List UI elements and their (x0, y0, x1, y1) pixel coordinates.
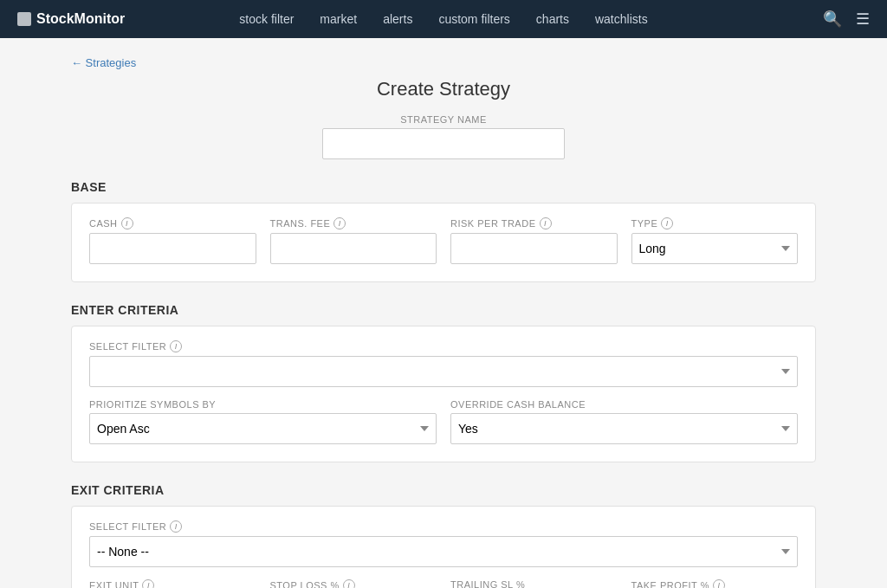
nav-alerts[interactable]: alerts (383, 12, 412, 26)
brand-name: StockMonitor (36, 11, 125, 27)
prioritize-symbols-select[interactable]: Open Asc Open Desc Volume Asc Volume Des… (89, 413, 437, 444)
strategy-name-label: STRATEGY NAME (400, 114, 487, 125)
risk-per-trade-group: RISK PER TRADE i (450, 217, 618, 264)
brand[interactable]: StockMonitor (17, 11, 125, 27)
type-label: TYPE i (631, 217, 799, 229)
override-cash-balance-label: OVERRIDE CASH BALANCE (450, 399, 798, 410)
enter-select-filter-row: SELECT FILTER i (89, 340, 798, 387)
take-profit-label: TAKE PROFIT % i (631, 579, 799, 588)
nav-charts[interactable]: charts (536, 12, 569, 26)
nav-market[interactable]: market (320, 12, 357, 26)
exit-unit-group: EXIT UNIT i Percent Dollar (89, 579, 256, 588)
enter-criteria-title: ENTER CRITERIA (71, 303, 816, 317)
type-select[interactable]: Long Short (631, 233, 799, 264)
navbar-right: 🔍 ☰ (823, 10, 870, 29)
trans-fee-label: TRANS. FEE i (270, 217, 437, 229)
exit-criteria-card: SELECT FILTER i -- None -- EXIT UNIT i P… (71, 506, 816, 588)
brand-icon (17, 12, 31, 26)
enter-select-filter-select[interactable] (89, 356, 798, 387)
enter-criteria-card: SELECT FILTER i PRIORITIZE SYMBOLS BY Op… (71, 326, 816, 462)
type-group: TYPE i Long Short (631, 217, 799, 264)
take-profit-group: TAKE PROFIT % i (631, 579, 799, 588)
risk-per-trade-input[interactable] (450, 233, 618, 264)
exit-criteria-title: EXIT CRITERIA (71, 483, 816, 497)
menu-icon[interactable]: ☰ (856, 10, 870, 29)
main-content: ← Strategies Create Strategy STRATEGY NA… (54, 38, 833, 588)
navbar-nav: stock filter market alerts custom filter… (239, 12, 647, 26)
exit-select-filter-row: SELECT FILTER i -- None -- (89, 520, 798, 567)
exit-select-filter-info-icon[interactable]: i (170, 520, 182, 533)
page-title: Create Strategy (71, 78, 816, 100)
cash-group: CASH i (89, 217, 256, 264)
enter-criteria-form-row: PRIORITIZE SYMBOLS BY Open Asc Open Desc… (89, 399, 798, 444)
nav-custom-filters[interactable]: custom filters (438, 12, 509, 26)
take-profit-info-icon[interactable]: i (713, 579, 725, 588)
cash-info-icon[interactable]: i (121, 217, 133, 229)
risk-per-trade-label: RISK PER TRADE i (450, 217, 618, 229)
trailing-sl-label: TRAILING SL % (450, 579, 618, 588)
base-title: BASE (71, 180, 816, 194)
trans-fee-info-icon[interactable]: i (333, 217, 346, 229)
exit-select-filter-select[interactable]: -- None -- (89, 536, 798, 567)
nav-stock-filter[interactable]: stock filter (239, 12, 294, 26)
override-cash-balance-group: OVERRIDE CASH BALANCE Yes No (450, 399, 798, 444)
stop-loss-label: STOP LOSS % i (270, 579, 437, 588)
trans-fee-group: TRANS. FEE i (270, 217, 437, 264)
base-section: BASE CASH i TRANS. FEE i (71, 180, 816, 282)
base-form-row: CASH i TRANS. FEE i RISK PER TRADE i (89, 217, 798, 264)
exit-criteria-section: EXIT CRITERIA SELECT FILTER i -- None --… (71, 483, 816, 588)
type-info-icon[interactable]: i (661, 217, 673, 229)
cash-input[interactable] (89, 233, 256, 264)
exit-criteria-form-row: EXIT UNIT i Percent Dollar STOP LOSS % i (89, 579, 798, 588)
trailing-sl-group: TRAILING SL % (450, 579, 618, 588)
enter-select-filter-label: SELECT FILTER i (89, 340, 798, 352)
navbar: StockMonitor stock filter market alerts … (0, 0, 887, 38)
prioritize-symbols-label: PRIORITIZE SYMBOLS BY (89, 399, 437, 410)
enter-criteria-section: ENTER CRITERIA SELECT FILTER i PRIORITIZ… (71, 303, 816, 462)
cash-label: CASH i (89, 217, 256, 229)
strategy-name-input[interactable] (322, 128, 565, 159)
risk-per-trade-info-icon[interactable]: i (540, 217, 552, 229)
prioritize-symbols-group: PRIORITIZE SYMBOLS BY Open Asc Open Desc… (89, 399, 437, 444)
trans-fee-input[interactable] (270, 233, 437, 264)
strategy-name-section: STRATEGY NAME (71, 114, 816, 159)
nav-watchlists[interactable]: watchlists (595, 12, 648, 26)
override-cash-balance-select[interactable]: Yes No (450, 413, 798, 444)
base-card: CASH i TRANS. FEE i RISK PER TRADE i (71, 203, 816, 282)
exit-select-filter-label: SELECT FILTER i (89, 520, 798, 533)
search-icon[interactable]: 🔍 (823, 10, 842, 29)
stop-loss-info-icon[interactable]: i (343, 579, 355, 588)
exit-unit-info-icon[interactable]: i (142, 579, 154, 588)
exit-unit-label: EXIT UNIT i (89, 579, 256, 588)
stop-loss-group: STOP LOSS % i (270, 579, 437, 588)
enter-select-filter-info-icon[interactable]: i (170, 340, 182, 352)
back-link[interactable]: ← Strategies (71, 56, 136, 69)
